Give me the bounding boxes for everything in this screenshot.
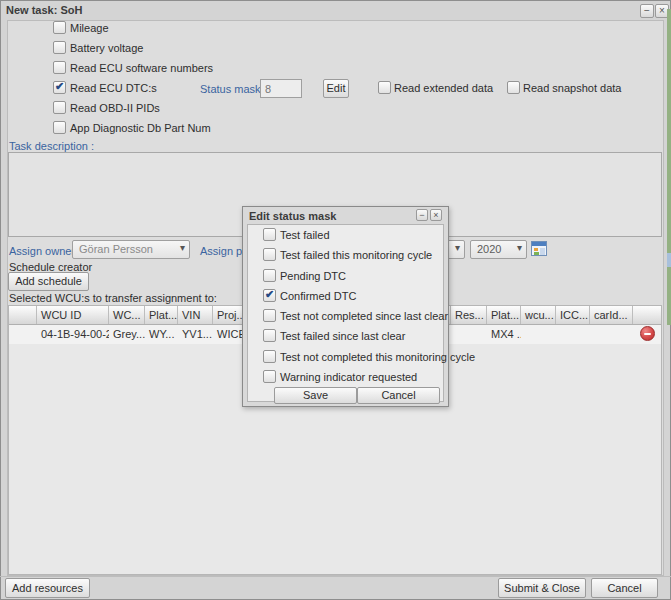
test-not-completed-cycle-label: Test not completed this monitoring cycle xyxy=(280,350,475,364)
warning-indicator-label: Warning indicator requested xyxy=(280,370,417,384)
cell-wcu xyxy=(521,325,556,344)
pending-dtc-checkbox[interactable] xyxy=(263,269,276,282)
col-plat[interactable]: Plat... xyxy=(145,306,178,324)
cell-vin: YV1... xyxy=(178,325,213,344)
cell-select xyxy=(9,325,37,344)
status-mask-input[interactable] xyxy=(260,79,302,98)
assign-owner-select[interactable]: Göran Persson ▾ xyxy=(72,240,190,259)
col-select[interactable] xyxy=(9,306,37,324)
col-vin[interactable]: VIN xyxy=(178,306,213,324)
edit-status-mask-dialog: Edit status mask − × Test failed Test fa… xyxy=(242,206,449,407)
cancel-button[interactable]: Cancel xyxy=(591,578,658,598)
pending-dtc-label: Pending DTC xyxy=(280,269,346,283)
calendar-icon[interactable] xyxy=(531,241,547,256)
col-icc[interactable]: ICC... xyxy=(556,306,590,324)
task-description-label: Task description : xyxy=(9,140,94,152)
chevron-down-icon: ▾ xyxy=(517,242,522,253)
test-failed-label: Test failed xyxy=(280,228,330,242)
assign-owner-label: Assign owner : xyxy=(9,245,81,257)
test-failed-checkbox[interactable] xyxy=(263,228,276,241)
test-not-completed-clear-label: Test not completed since last clear xyxy=(280,309,448,323)
submit-close-button[interactable]: Submit & Close xyxy=(498,578,586,598)
app-diagnostic-db-label: App Diagnostic Db Part Num xyxy=(70,121,211,135)
confirmed-dtc-label: Confirmed DTC xyxy=(280,289,356,303)
read-obd2-pids-checkbox[interactable] xyxy=(53,101,66,114)
col-actions[interactable] xyxy=(633,306,663,324)
footer-divider xyxy=(0,576,671,577)
read-extended-data-label: Read extended data xyxy=(394,81,493,95)
col-wc[interactable]: WC... xyxy=(109,306,145,324)
read-ecu-dtc-checkbox[interactable] xyxy=(53,81,66,94)
chevron-down-icon: ▾ xyxy=(455,242,460,253)
test-not-completed-cycle-checkbox[interactable] xyxy=(263,350,276,363)
mileage-checkbox[interactable] xyxy=(53,21,66,34)
test-not-completed-clear-checkbox[interactable] xyxy=(263,309,276,322)
test-failed-cycle-label: Test failed this monitoring cycle xyxy=(280,248,432,262)
read-ecu-software-label: Read ECU software numbers xyxy=(70,61,213,75)
confirmed-dtc-checkbox[interactable] xyxy=(263,289,276,302)
test-failed-clear-label: Test failed since last clear xyxy=(280,329,405,343)
col-carid[interactable]: carId... xyxy=(590,306,633,324)
status-mask-label: Status mask : xyxy=(200,83,267,95)
window-title: New task: SoH xyxy=(6,4,82,16)
read-ecu-dtc-label: Read ECU DTC:s xyxy=(70,81,157,95)
col-wcu[interactable]: wcu... xyxy=(521,306,556,324)
read-obd2-pids-label: Read OBD-II PIDs xyxy=(70,101,160,115)
dialog-minimize-icon[interactable]: − xyxy=(416,209,428,221)
new-task-window: New task: SoH − × Mileage Battery voltag… xyxy=(0,0,671,600)
add-schedule-button[interactable]: Add schedule xyxy=(8,272,89,291)
test-failed-cycle-checkbox[interactable] xyxy=(263,248,276,261)
cell-carid xyxy=(590,325,633,344)
battery-voltage-label: Battery voltage xyxy=(70,41,143,55)
status-mask-edit-button[interactable]: Edit xyxy=(323,79,349,98)
cell-plat2: MX4 ... xyxy=(487,325,521,344)
col-wcu-id[interactable]: WCU ID xyxy=(37,306,109,324)
remove-row-icon[interactable] xyxy=(640,326,655,341)
assign-year-value: 2020 xyxy=(477,243,501,255)
assign-owner-value: Göran Persson xyxy=(79,243,153,255)
minimize-icon[interactable]: − xyxy=(640,4,654,18)
cell-wc: Grey... xyxy=(109,325,145,344)
test-failed-clear-checkbox[interactable] xyxy=(263,329,276,342)
col-plat2[interactable]: Plat... xyxy=(487,306,521,324)
cell-wcu-id: 04-1B-94-00-2... xyxy=(37,325,109,344)
assign-year-select[interactable]: 2020 ▾ xyxy=(470,240,527,259)
add-resources-button[interactable]: Add resources xyxy=(5,578,90,598)
background-window-sliver xyxy=(667,9,671,325)
read-snapshot-data-label: Read snapshot data xyxy=(523,81,621,95)
cell-icc xyxy=(556,325,590,344)
dialog-cancel-button[interactable]: Cancel xyxy=(357,387,440,404)
read-ecu-software-checkbox[interactable] xyxy=(53,61,66,74)
dialog-title: Edit status mask xyxy=(249,210,336,222)
selected-wcus-label: Selected WCU:s to transfer assignment to… xyxy=(9,292,217,304)
cell-plat: WY... xyxy=(145,325,178,344)
read-extended-data-checkbox[interactable] xyxy=(378,81,391,94)
dialog-close-icon[interactable]: × xyxy=(430,209,442,221)
cell-res xyxy=(451,325,487,344)
battery-voltage-checkbox[interactable] xyxy=(53,41,66,54)
warning-indicator-checkbox[interactable] xyxy=(263,370,276,383)
mileage-label: Mileage xyxy=(70,21,109,35)
read-snapshot-data-checkbox[interactable] xyxy=(507,81,520,94)
chevron-down-icon: ▾ xyxy=(180,242,185,253)
app-diagnostic-db-checkbox[interactable] xyxy=(53,121,66,134)
save-button[interactable]: Save xyxy=(274,387,357,404)
col-res[interactable]: Res... xyxy=(451,306,487,324)
